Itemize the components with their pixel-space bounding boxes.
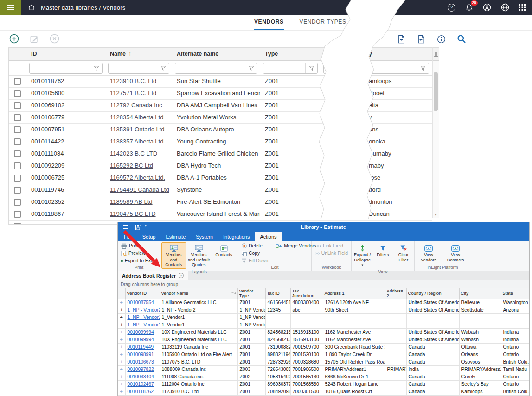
- vendor-id-link[interactable]: 1_NP - Vendor1: [128, 315, 160, 320]
- vendor-name-link[interactable]: 1135391 Ontario Ltd: [110, 126, 165, 133]
- table-row[interactable]: 00101110841142023 B.C LTDBarcelo Flame G…: [9, 148, 432, 160]
- column-header-address-1[interactable]: Address 1: [323, 288, 385, 299]
- print-button[interactable]: Print: [119, 242, 159, 249]
- ribbon-tab-file[interactable]: File: [119, 232, 137, 241]
- table-row[interactable]: 00101056001127571 B.C. LtdSparrow Excava…: [9, 88, 432, 100]
- expand-plus-icon[interactable]: +: [120, 381, 123, 387]
- vendor-name-link[interactable]: 1123910 B.C. Ltd: [110, 78, 156, 84]
- vendor-name-link[interactable]: 112792 Canada Inc: [110, 102, 162, 109]
- expand-cell[interactable]: +: [118, 380, 125, 388]
- vendor-id-link[interactable]: 0010098991: [128, 352, 154, 357]
- expand-cell[interactable]: +: [118, 313, 125, 321]
- type-filter-input[interactable]: [263, 63, 305, 73]
- expand-plus-icon[interactable]: +: [120, 344, 123, 350]
- grid-row[interactable]: +00100978221088009 Canada IncZ0037265430…: [118, 365, 529, 373]
- grid-row[interactable]: +1_NP - Vendor21_NP - Vendor21_NP Vendor…: [118, 306, 529, 313]
- expand-plus-icon[interactable]: +: [120, 389, 123, 394]
- notifications-bell-icon[interactable]: 20: [465, 4, 473, 12]
- vendor-id-link[interactable]: 0010097822: [128, 367, 154, 372]
- row-checkbox[interactable]: [14, 102, 21, 109]
- alternate-name-filter-funnel-button[interactable]: [245, 63, 257, 73]
- sort-ascending-icon[interactable]: ↑: [128, 51, 131, 57]
- search-icon[interactable]: [457, 34, 466, 45]
- layout-vendors-and-contacts-button[interactable]: Vendors and Contacts: [161, 242, 186, 269]
- row-checkbox[interactable]: [14, 175, 21, 182]
- globe-icon[interactable]: [501, 3, 509, 12]
- expand-plus-icon[interactable]: +: [120, 314, 123, 320]
- expand-cell[interactable]: +: [118, 365, 125, 373]
- import-document-icon[interactable]: [397, 35, 406, 45]
- row-checkbox[interactable]: [14, 114, 21, 121]
- expand-collapse-button[interactable]: Expand / Collapse ▾: [353, 242, 372, 269]
- hamburger-menu-icon[interactable]: [0, 0, 21, 15]
- column-header-type[interactable]: Type: [260, 48, 320, 61]
- column-header-country-region[interactable]: Country / Region: [406, 288, 459, 299]
- expand-plus-icon[interactable]: +: [120, 299, 123, 305]
- expand-cell[interactable]: +: [118, 299, 125, 306]
- city-filter-input[interactable]: [324, 63, 417, 73]
- account-icon[interactable]: [483, 3, 491, 12]
- column-header-vendor-name[interactable]: Vendor Name: [160, 288, 237, 299]
- expand-plus-icon[interactable]: +: [120, 359, 123, 364]
- help-icon[interactable]: ?: [448, 4, 455, 12]
- name-filter-input[interactable]: [109, 63, 157, 73]
- type-filter-funnel-button[interactable]: [305, 63, 317, 73]
- expand-cell[interactable]: +: [118, 306, 125, 313]
- expand-plus-icon[interactable]: +: [120, 322, 123, 327]
- expand-cell[interactable]: +: [118, 328, 125, 336]
- expand-cell[interactable]: +: [118, 336, 125, 343]
- grid-row[interactable]: +001009999410X Engineered Materials LLCZ…: [118, 336, 529, 343]
- column-header-alternate-name[interactable]: Alternate name: [172, 48, 260, 61]
- home-icon[interactable]: [28, 4, 35, 11]
- vendor-id-link[interactable]: 1_NP - Vendor2: [128, 307, 160, 312]
- vendor-name-link[interactable]: 1138357 Alberta Ltd.: [110, 138, 165, 145]
- layout-vendors-default-quotes-button[interactable]: Vendors and Default Quotes: [186, 242, 211, 269]
- unlink-field-button-disabled[interactable]: UnLink Field: [313, 250, 350, 257]
- vendor-id-link[interactable]: 0010033404: [128, 374, 154, 379]
- tab-vendors[interactable]: VENDORS: [254, 15, 284, 30]
- vendor-name-link[interactable]: 1128354 Alberta Ltd: [110, 114, 163, 121]
- row-checkbox[interactable]: [14, 138, 21, 145]
- tab-vendor-types[interactable]: VENDOR TYPES: [300, 15, 346, 30]
- vendor-id-link[interactable]: 0010099994: [128, 337, 154, 342]
- grid-row[interactable]: +00101187621123910 B.C. LtdZ001708492095…: [118, 388, 529, 395]
- column-header-city-partial[interactable]: y: [320, 48, 432, 61]
- vendor-name-link[interactable]: 1169572 Alberta Ltd.: [110, 174, 165, 181]
- row-checkbox[interactable]: [14, 126, 21, 133]
- table-row[interactable]: 001011974611754491 Canada LtdSynstoneZ00…: [9, 184, 432, 196]
- vendor-name-link[interactable]: 11754491 Canada Ltd: [110, 186, 169, 193]
- table-row[interactable]: 00100979511135391 Ontario LtdDBA Orleans…: [9, 124, 432, 136]
- column-header-city[interactable]: City: [459, 288, 501, 299]
- grid-row[interactable]: +1_NP - Vendor11_Vendor11_NP Vendor: [118, 321, 529, 328]
- column-header-tax-jurisdiction[interactable]: Tax Jurisdiction: [290, 288, 323, 299]
- delete-vendor-button-disabled[interactable]: [50, 34, 59, 45]
- close-icon[interactable]: ×: [179, 273, 184, 278]
- expand-plus-icon[interactable]: +: [120, 337, 123, 342]
- expand-plus-icon[interactable]: +: [120, 329, 123, 335]
- expand-plus-icon[interactable]: +: [120, 351, 123, 357]
- expand-cell[interactable]: +: [118, 373, 125, 380]
- save-icon[interactable]: [135, 224, 141, 232]
- link-field-button-disabled[interactable]: Link Field: [313, 242, 350, 249]
- column-header-address-2[interactable]: Address 2: [385, 288, 406, 299]
- view-contacts-button[interactable]: View Contacts: [442, 242, 468, 265]
- city-filter-funnel-button[interactable]: [417, 63, 429, 73]
- ribbon-tab-integrations[interactable]: Integrations: [218, 232, 255, 241]
- ribbon-tab-system[interactable]: System: [191, 232, 218, 241]
- layout-contacts-button[interactable]: Contacts: [212, 242, 236, 269]
- ribbon-tab-actions[interactable]: Actions: [255, 232, 282, 241]
- alternate-name-filter-input[interactable]: [175, 63, 245, 73]
- row-checkbox[interactable]: [14, 187, 21, 194]
- column-header-id[interactable]: ID: [26, 48, 105, 61]
- column-header-vendor-type[interactable]: Vendor Type: [237, 288, 265, 299]
- add-vendor-button[interactable]: [9, 34, 19, 45]
- table-row[interactable]: 00101188671190475 BC LTDVancouver Island…: [9, 208, 432, 221]
- ribbon-tab-setup[interactable]: Setup: [137, 232, 161, 241]
- row-checkbox[interactable]: [14, 162, 21, 169]
- table-row[interactable]: 00101144221138357 Alberta Ltd.Young Cont…: [9, 136, 432, 148]
- vendor-id-link[interactable]: 0010119449: [128, 344, 154, 350]
- vendor-name-link[interactable]: 1189589 AB Ltd: [110, 198, 153, 205]
- grid-row[interactable]: +00100875541 Alliance Geomatics LLCZ0014…: [118, 299, 529, 306]
- delete-button[interactable]: Delete: [239, 242, 270, 249]
- fill-down-button-disabled[interactable]: Fill Down: [239, 257, 270, 264]
